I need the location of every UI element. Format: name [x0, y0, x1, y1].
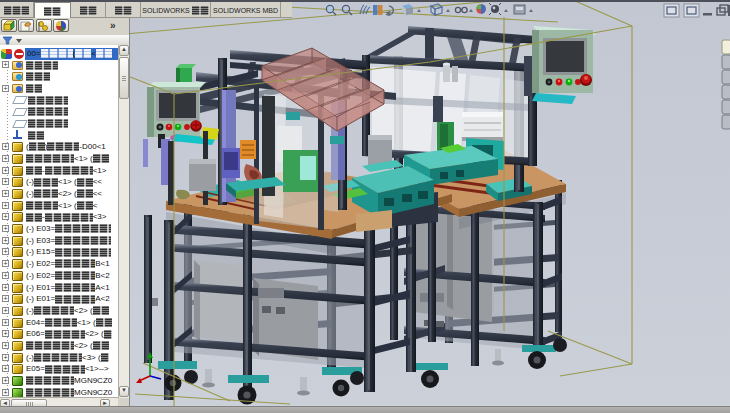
svg-text:»: » — [110, 20, 116, 31]
